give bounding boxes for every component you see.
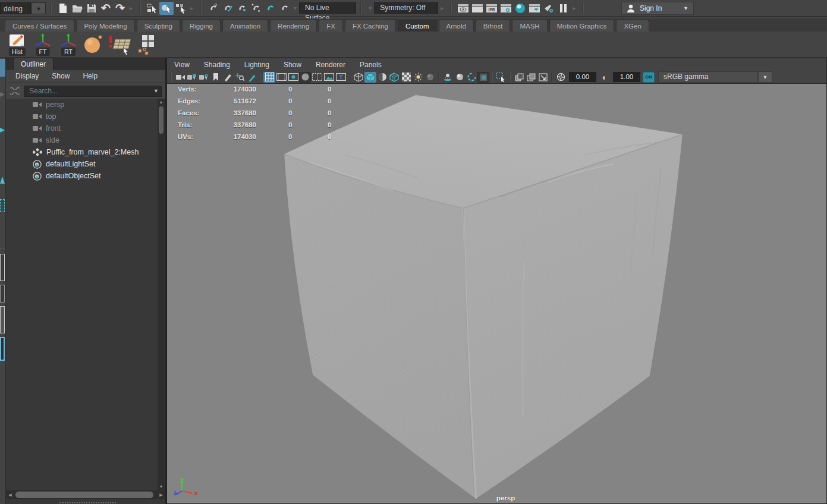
textured-mode-button[interactable] [376,72,388,83]
copy-view-button[interactable] [513,72,525,83]
viewport-menu-lighting[interactable]: Lighting [244,61,269,69]
scrollbar-thumb[interactable] [159,106,163,134]
outliner-vertical-scrollbar[interactable]: ▲ ▼ [158,99,165,490]
outliner-menu-help[interactable]: Help [83,72,98,80]
image-plane-button[interactable] [323,72,335,83]
view-transform-select[interactable]: sRGB gamma [658,71,758,83]
make-live-button[interactable] [277,2,291,15]
rotate-tool-icon[interactable] [0,177,5,184]
layout-single-pane-button[interactable] [0,254,5,281]
undo-button[interactable]: ↶ [99,2,113,15]
scroll-up-icon[interactable]: ▲ [158,99,165,106]
viewport-canvas[interactable]: Verts: 174030 0 0 Edges: 511672 0 0 Face… [167,84,826,503]
smooth-shade-mode-button[interactable] [364,72,376,83]
shelf-item-sphere[interactable] [84,33,103,56]
lighting-toggle-button[interactable] [412,72,424,83]
render-current-frame-button[interactable] [470,2,485,15]
gamma-button[interactable]: ◐ [599,72,611,83]
scroll-down-icon[interactable]: ▼ [158,483,165,490]
hypershade-button[interactable] [513,2,527,15]
select-camera-button[interactable] [174,72,186,83]
gate-mask-button[interactable] [299,72,311,83]
filter-icon[interactable] [10,86,20,96]
shelf-tab-xgen[interactable]: XGen [616,20,649,32]
group-collapse-arrow-icon[interactable]: ▸ [190,5,193,11]
outliner-list[interactable]: persp top front [6,99,157,490]
shelf-item-ft[interactable]: FT [33,33,53,56]
outliner-tab[interactable]: Outliner [13,58,54,70]
render-settings-button[interactable] [499,2,513,15]
select-tool-highlight[interactable] [0,59,5,77]
paste-view-button[interactable] [525,72,537,83]
outliner-horizontal-scrollbar[interactable]: ◀ ▶ [6,490,165,499]
paint-effects-button[interactable] [542,2,556,15]
texture-view-button[interactable]: T [335,72,347,83]
grid-toggle-button[interactable] [263,72,275,83]
move-tool-icon[interactable] [0,128,5,133]
pause-viewport-button[interactable] [556,2,570,15]
ipr-render-button[interactable]: IPR [485,2,499,15]
motion-blur-button[interactable] [466,72,477,83]
shelf-tab-poly-modeling[interactable]: Poly Modeling [76,20,134,32]
redo-button[interactable]: ↷ [113,2,127,15]
film-gate-button[interactable] [275,72,287,83]
shelf-tab-animation[interactable]: Animation [222,20,268,32]
outliner-item-default-light-set[interactable]: defaultLightSet [6,158,157,170]
open-render-view-button[interactable] [456,2,470,15]
group-collapse-arrow-icon[interactable]: ▸ [441,5,444,11]
layout-pane-button[interactable] [0,306,5,333]
shelf-tab-fx[interactable]: FX [319,20,343,32]
lock-camera-button[interactable] [186,72,198,83]
shelf-tab-rigging[interactable]: Rigging [182,20,221,32]
symmetry-options-arrow-icon[interactable]: ▾ [369,5,372,11]
bookmark-button[interactable] [210,72,222,83]
flat-lighting-button[interactable] [424,72,436,83]
group-collapse-arrow-icon[interactable]: ▸ [573,5,576,11]
menu-set-dropdown-arrow-icon[interactable]: ▼ [32,2,46,14]
outliner-item-mesh[interactable]: Puffic_from_marvel_2:Mesh [6,146,157,158]
outliner-item-default-object-set[interactable]: defaultObjectSet [6,170,157,182]
snap-to-points-button[interactable] [234,2,249,15]
shelf-tab-custom[interactable]: Custom [398,20,437,32]
shelf-item-rt[interactable]: RT [58,33,78,56]
search-dropdown-arrow-icon[interactable]: ▼ [153,88,159,94]
shelf-tab-sculpting[interactable]: Sculpting [137,20,180,32]
grease-pencil-button[interactable] [222,72,234,83]
ambient-occlusion-button[interactable] [454,72,466,83]
layout-outliner-persp-button[interactable] [0,337,5,361]
new-scene-button[interactable] [56,2,70,15]
select-asset-button[interactable] [174,2,188,15]
viewport-menu-panels[interactable]: Panels [360,61,382,69]
scroll-right-icon[interactable]: ▶ [157,490,165,499]
menu-set-selector[interactable]: deling [0,2,31,14]
cube-mesh[interactable] [167,84,826,503]
snap-to-view-planes-button[interactable] [263,2,277,15]
shelf-tab-curves-surfaces[interactable]: Curves / Surfaces [5,20,74,32]
shelf-tab-bifrost[interactable]: Bifrost [476,20,511,32]
isolate-select-button[interactable] [495,72,507,83]
scrollbar-thumb[interactable] [15,492,153,498]
shelf-tab-arnold[interactable]: Arnold [439,20,474,32]
exposure-button[interactable] [555,72,567,83]
snap-to-projected-center-button[interactable] [249,2,263,15]
group-collapse-arrow-icon[interactable]: ▸ [130,5,133,11]
field-chart-button[interactable] [311,72,323,83]
outliner-menu-display[interactable]: Display [15,72,39,80]
shelf-tab-fx-caching[interactable]: FX Caching [345,20,396,32]
live-surface-field[interactable]: No Live Surface [299,2,356,14]
shelf-item-lattice[interactable] [137,33,155,56]
multisampling-button[interactable] [477,72,489,83]
outliner-search-input[interactable] [24,86,162,97]
gamma-field[interactable]: 1.00 [613,72,640,82]
snap-to-curves-button[interactable] [220,2,234,15]
resolution-gate-button[interactable] [287,72,299,83]
viewport-menu-shading[interactable]: Shading [204,61,230,69]
outliner-item-front[interactable]: front [6,122,157,134]
symmetry-field[interactable]: Symmetry: Off [374,2,438,14]
textured-cube-button[interactable] [388,72,400,83]
viewport-menu-show[interactable]: Show [284,61,301,69]
layout-four-pane-button[interactable] [0,285,5,303]
shelf-item-warning-plane[interactable] [108,33,132,56]
shelf-tab-mash[interactable]: MASH [512,20,547,32]
snap-options-arrow-icon[interactable]: ▾ [294,5,297,11]
